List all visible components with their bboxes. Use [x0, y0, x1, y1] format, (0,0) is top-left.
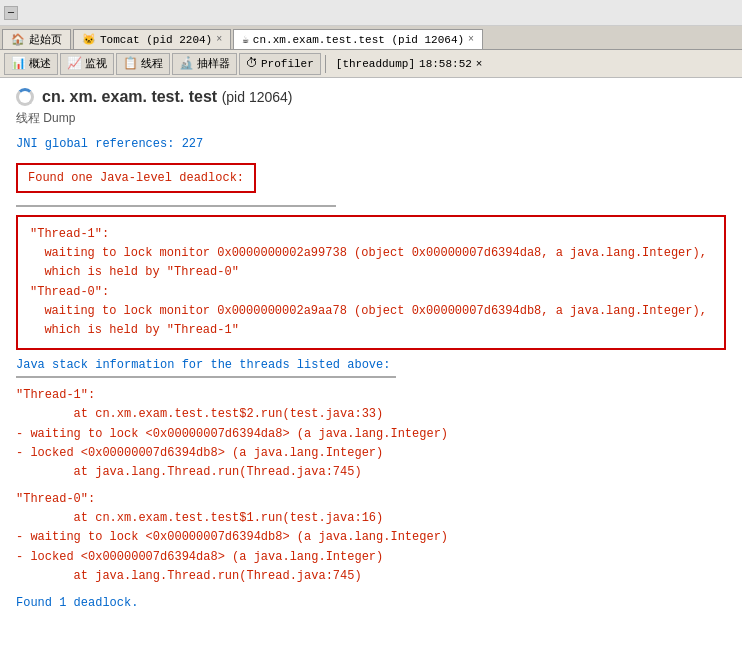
java-stack-info: Java stack information for the threads l… [16, 358, 726, 372]
overview-label: 概述 [29, 56, 51, 71]
thread1-name: "Thread-1": [30, 225, 712, 244]
deadlock-warning-text: Found one Java-level deadlock: [28, 171, 244, 185]
threaddump-label-text: [threaddump] [336, 58, 415, 70]
thread0-held: which is held by "Thread-1" [30, 321, 712, 340]
profiler-icon: ⏱ [246, 56, 258, 71]
profiler-label: Profiler [261, 58, 314, 70]
title-bar: — [0, 0, 742, 26]
found-deadlock: Found 1 deadlock. [16, 596, 726, 610]
monitor-label: 监视 [85, 56, 107, 71]
tab-tomcat-label: Tomcat (pid 2204) [100, 34, 212, 46]
sampler-label: 抽样器 [197, 56, 230, 71]
page-title: cn. xm. exam. test. test (pid 12064) [42, 88, 292, 106]
thread1-stack-line1: at cn.xm.exam.test.test$2.run(test.java:… [16, 405, 726, 424]
deadlock-detail-box: "Thread-1": waiting to lock monitor 0x00… [16, 215, 726, 350]
tomcat-icon: 🐱 [82, 33, 96, 46]
overview-icon: 📊 [11, 56, 26, 71]
pid-label: (pid 12064) [222, 89, 293, 105]
home-icon: 🏠 [11, 33, 25, 46]
threaddump-close[interactable]: × [476, 58, 483, 70]
cnxm-icon: ☕ [242, 33, 249, 46]
loading-spinner [16, 88, 34, 106]
tab-tomcat[interactable]: 🐱 Tomcat (pid 2204) × [73, 29, 231, 49]
thread1-stack-line2: - waiting to lock <0x00000007d6394da8> (… [16, 425, 726, 444]
separator-line-2 [16, 376, 396, 378]
threaddump-timestamp: 18:58:52 [419, 58, 472, 70]
threaddump-section: [threaddump] 18:58:52 × [330, 56, 489, 72]
tab-cnxm-label: cn.xm.exam.test.test (pid 12064) [253, 34, 464, 46]
overview-button[interactable]: 📊 概述 [4, 53, 58, 75]
toolbar: 📊 概述 📈 监视 📋 线程 🔬 抽样器 ⏱ Profiler [threadd… [0, 50, 742, 78]
page-header: cn. xm. exam. test. test (pid 12064) [16, 88, 726, 106]
tab-cnxm-close[interactable]: × [468, 34, 474, 45]
tab-tomcat-close[interactable]: × [216, 34, 222, 45]
page-title-text: cn. xm. exam. test. test [42, 88, 217, 105]
deadlock-warning-box: Found one Java-level deadlock: [16, 163, 256, 193]
thread0-stack: "Thread-0": at cn.xm.exam.test.test$1.ru… [16, 490, 726, 586]
thread1-stack: "Thread-1": at cn.xm.exam.test.test$2.ru… [16, 386, 726, 482]
toolbar-separator [325, 55, 326, 73]
tab-cnxm[interactable]: ☕ cn.xm.exam.test.test (pid 12064) × [233, 29, 483, 49]
thread1-held: which is held by "Thread-0" [30, 263, 712, 282]
threads-label: 线程 [141, 56, 163, 71]
jni-info-text: JNI global references: 227 [16, 137, 203, 151]
tab-home[interactable]: 🏠 起始页 [2, 29, 71, 49]
tab-home-label: 起始页 [29, 32, 62, 47]
tab-bar: 🏠 起始页 🐱 Tomcat (pid 2204) × ☕ cn.xm.exam… [0, 26, 742, 50]
section-label: 线程 Dump [16, 110, 726, 127]
thread1-stack-name: "Thread-1": [16, 386, 726, 405]
monitor-icon: 📈 [67, 56, 82, 71]
thread0-wait: waiting to lock monitor 0x0000000002a9aa… [30, 302, 712, 321]
minimize-button[interactable]: — [4, 6, 18, 20]
threads-icon: 📋 [123, 56, 138, 71]
sampler-icon: 🔬 [179, 56, 194, 71]
threads-button[interactable]: 📋 线程 [116, 53, 170, 75]
thread1-stack-line4: at java.lang.Thread.run(Thread.java:745) [16, 463, 726, 482]
content-area: cn. xm. exam. test. test (pid 12064) 线程 … [0, 78, 742, 645]
monitor-button[interactable]: 📈 监视 [60, 53, 114, 75]
separator-line-1 [16, 205, 336, 207]
thread0-stack-name: "Thread-0": [16, 490, 726, 509]
main-window: — 🏠 起始页 🐱 Tomcat (pid 2204) × ☕ cn.xm.ex… [0, 0, 742, 645]
thread0-name: "Thread-0": [30, 283, 712, 302]
thread0-stack-line3: - locked <0x00000007d6394da8> (a java.la… [16, 548, 726, 567]
profiler-button[interactable]: ⏱ Profiler [239, 53, 321, 75]
thread1-stack-line3: - locked <0x00000007d6394db8> (a java.la… [16, 444, 726, 463]
jni-info: JNI global references: 227 [16, 137, 726, 151]
thread1-wait: waiting to lock monitor 0x0000000002a997… [30, 244, 712, 263]
sampler-button[interactable]: 🔬 抽样器 [172, 53, 237, 75]
thread0-stack-line4: at java.lang.Thread.run(Thread.java:745) [16, 567, 726, 586]
thread0-stack-line2: - waiting to lock <0x00000007d6394db8> (… [16, 528, 726, 547]
thread0-stack-line1: at cn.xm.exam.test.test$1.run(test.java:… [16, 509, 726, 528]
